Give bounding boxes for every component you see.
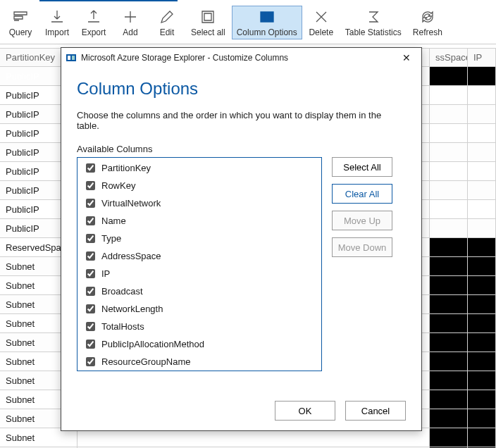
main-toolbar: QueryImportExportAddEditSelect allColumn… (0, 1, 496, 44)
column-name-label: Type (101, 233, 121, 244)
toolbar-label: Column Options (237, 27, 297, 37)
cell-ssspace (430, 352, 468, 371)
import-icon (49, 9, 65, 25)
edit-button[interactable]: Edit (149, 6, 185, 39)
column-header-ip[interactable]: IP (468, 48, 496, 67)
cell-ssspace (430, 295, 468, 314)
close-icon[interactable]: ✕ (396, 52, 417, 63)
clear-all-button[interactable]: Clear All (332, 184, 392, 204)
dialog-heading: Column Options (77, 79, 406, 99)
column-option-item[interactable]: Name (78, 212, 321, 230)
export-icon (86, 9, 101, 25)
column-name-label: ResourceGroupName (101, 356, 190, 367)
column-checkbox[interactable] (86, 269, 95, 278)
cell-ssspace (430, 276, 468, 295)
svg-rect-2 (72, 56, 75, 60)
cell-ssspace (430, 105, 468, 124)
column-option-item[interactable]: RowKey (78, 177, 321, 194)
cell-ip (468, 200, 496, 219)
column-option-item[interactable]: PublicIpAllocationMethod (78, 335, 321, 353)
column-option-item[interactable]: Timestamp (78, 371, 321, 371)
column-checkbox[interactable] (86, 199, 95, 208)
cell-ssspace (430, 314, 468, 333)
cell-spacer (78, 428, 430, 447)
column-name-label: RowKey (101, 180, 135, 191)
column-checkbox[interactable] (86, 340, 95, 349)
column-checkbox[interactable] (86, 181, 95, 190)
column-checkbox[interactable] (86, 251, 95, 261)
refresh-button[interactable]: Refresh (408, 6, 447, 39)
column-checkbox[interactable] (86, 304, 95, 313)
cell-ssspace (430, 333, 468, 352)
cell-ssspace (430, 143, 468, 162)
cell-ssspace (430, 124, 468, 143)
column-name-label: Broadcast (101, 286, 143, 297)
cell-ip (468, 352, 496, 371)
export-button[interactable]: Export (76, 6, 111, 39)
cell-ip (468, 295, 496, 314)
column-checkbox[interactable] (86, 216, 95, 225)
cell-ip (468, 257, 496, 276)
cell-ip (468, 276, 496, 295)
column-name-label: NetworkLength (101, 304, 163, 314)
column-option-item[interactable]: Broadcast (78, 282, 321, 300)
move-down-button[interactable]: Move Down (332, 237, 392, 257)
cell-ip (468, 67, 496, 86)
toolbar-label: Edit (160, 27, 175, 37)
cell-ssspace (430, 238, 468, 257)
app-icon (66, 52, 77, 63)
delete-button[interactable]: Delete (304, 6, 339, 39)
cell-ip (468, 124, 496, 143)
column-option-item[interactable]: VirtualNetwork (78, 194, 321, 212)
tablestats-button[interactable]: Table Statistics (340, 6, 407, 39)
column-option-item[interactable]: PartitionKey (78, 159, 321, 177)
columnoptions-button[interactable]: Column Options (232, 6, 302, 39)
column-header-ssspace[interactable]: ssSpace (430, 48, 468, 67)
cell-ssspace (430, 390, 468, 409)
available-columns-listbox[interactable]: PartitionKeyRowKeyVirtualNetworkNameType… (77, 157, 322, 371)
sigma-icon (366, 9, 381, 25)
column-checkbox[interactable] (86, 287, 95, 296)
cell-ssspace (430, 67, 468, 86)
plus-icon (123, 9, 138, 25)
column-checkbox[interactable] (86, 322, 95, 331)
column-checkbox[interactable] (86, 357, 95, 366)
cancel-button[interactable]: Cancel (345, 401, 406, 421)
column-option-item[interactable]: NetworkLength (78, 300, 321, 318)
selectall-button[interactable]: Select all (186, 6, 230, 39)
column-options-dialog: Microsoft Azure Storage Explorer - Custo… (61, 47, 422, 431)
cell-ip (468, 314, 496, 333)
select-all-button[interactable]: Select All (332, 157, 392, 177)
cell-ip (468, 390, 496, 409)
toolbar-label: Delete (309, 27, 333, 37)
column-option-item[interactable]: Type (78, 230, 321, 247)
available-columns-label: Available Columns (77, 144, 406, 154)
column-option-item[interactable]: IP (78, 265, 321, 282)
cell-ssspace (430, 181, 468, 200)
add-button[interactable]: Add (113, 6, 148, 39)
toolbar-label: Select all (191, 27, 225, 37)
column-option-item[interactable]: AddressSpace (78, 247, 321, 265)
cell-ip (468, 162, 496, 181)
cell-ssspace (430, 257, 468, 276)
columns-icon (259, 9, 275, 25)
toolbar-label: Export (82, 27, 106, 37)
column-option-item[interactable]: TotalHosts (78, 318, 321, 335)
column-option-item[interactable]: ResourceGroupName (78, 353, 321, 371)
cell-ip (468, 181, 496, 200)
dialog-title: Microsoft Azure Storage Explorer - Custo… (81, 53, 392, 63)
column-name-label: PublicIpAllocationMethod (101, 339, 204, 349)
column-name-label: IP (101, 268, 110, 279)
move-up-button[interactable]: Move Up (332, 211, 392, 230)
cell-ip (468, 428, 496, 447)
table-row[interactable]: Subnet (0, 428, 496, 447)
column-checkbox[interactable] (86, 163, 95, 173)
column-name-label: VirtualNetwork (101, 198, 161, 209)
toolbar-label: Table Statistics (345, 27, 402, 37)
ok-button[interactable]: OK (275, 401, 335, 421)
column-checkbox[interactable] (86, 234, 95, 243)
query-button[interactable]: Query (3, 6, 38, 39)
cell-ip (468, 143, 496, 162)
dialog-titlebar[interactable]: Microsoft Azure Storage Explorer - Custo… (61, 48, 421, 68)
import-button[interactable]: Import (39, 6, 75, 39)
